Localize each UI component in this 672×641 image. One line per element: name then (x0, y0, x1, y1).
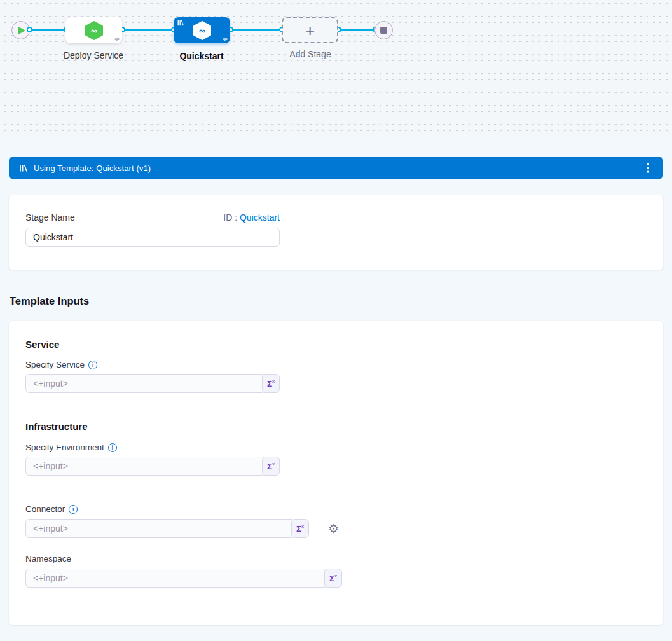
add-stage-button[interactable]: + (282, 17, 338, 43)
edge-connector (121, 29, 175, 31)
kebab-menu-icon[interactable] (643, 160, 654, 176)
info-icon[interactable]: i (108, 443, 117, 452)
runtime-input-type-button[interactable]: Σx (291, 519, 309, 538)
template-inputs-card: Service Specify Service i Σx Infrastruct… (9, 321, 663, 625)
stage-label-add-stage: Add Stage (289, 49, 331, 59)
namespace-label: Namespace (25, 554, 71, 563)
template-library-icon (19, 164, 27, 172)
plus-icon: + (305, 22, 315, 39)
infinity-icon: ∞ (91, 25, 97, 36)
runtime-input-type-button[interactable]: Σx (324, 569, 342, 588)
edge-connector (337, 29, 376, 31)
specify-environment-input[interactable] (25, 457, 266, 476)
stage-id-link[interactable]: Quickstart (240, 212, 280, 223)
runtime-input-type-button[interactable]: Σx (262, 457, 280, 476)
namespace-input[interactable] (25, 569, 328, 588)
yaml-code-icon: </> (223, 37, 227, 41)
stage-label-quickstart: Quickstart (179, 51, 223, 61)
stage-label-deploy-service: Deploy Service (64, 50, 123, 60)
stage-name-input[interactable] (25, 228, 280, 247)
section-title-service: Service (25, 339, 647, 350)
using-template-banner: Using Template: Quickstart (v1) (9, 157, 663, 179)
stage-node-quickstart[interactable]: ∞ </> (174, 17, 230, 43)
specify-environment-label: Specify Environment (25, 443, 104, 452)
sigma-icon: Σ (267, 462, 272, 471)
harness-cd-hexagon-icon: ∞ (193, 21, 211, 40)
stage-name-label: Stage Name (25, 212, 75, 223)
section-title-infrastructure: Infrastructure (25, 421, 647, 432)
sigma-icon: Σ (267, 379, 272, 389)
link-port[interactable] (27, 27, 32, 32)
stage-id: ID : Quickstart (223, 212, 280, 223)
harness-cd-hexagon-icon: ∞ (85, 21, 103, 40)
stage-node-deploy-service[interactable]: ∞ </> (65, 17, 122, 43)
stage-name-card: Stage Name ID : Quickstart (9, 195, 663, 270)
play-icon (18, 27, 25, 34)
infinity-icon: ∞ (199, 25, 205, 36)
edge-connector (229, 29, 283, 31)
yaml-code-icon: </> (114, 37, 119, 41)
edge-connector (29, 29, 67, 31)
stop-icon (380, 27, 387, 34)
gear-icon[interactable]: ⚙ (328, 523, 339, 535)
stage-id-label: ID : (223, 212, 237, 223)
info-icon[interactable]: i (88, 361, 97, 369)
runtime-input-type-button[interactable]: Σx (262, 374, 280, 393)
sigma-icon: Σ (329, 574, 334, 583)
pipeline-end-node[interactable] (374, 21, 393, 39)
sigma-icon: Σ (296, 524, 301, 534)
template-inputs-heading: Template Inputs (10, 295, 89, 307)
specify-service-input[interactable] (25, 374, 266, 393)
info-icon[interactable]: i (69, 505, 78, 514)
connector-label: Connector (25, 504, 65, 514)
template-badge-icon (177, 20, 184, 26)
specify-service-label: Specify Service (25, 360, 85, 369)
banner-text: Using Template: Quickstart (v1) (34, 163, 151, 173)
connector-input[interactable] (25, 519, 295, 538)
pipeline-canvas[interactable]: ∞ </> ∞ </> + Deploy Service Quickstart … (0, 0, 672, 135)
